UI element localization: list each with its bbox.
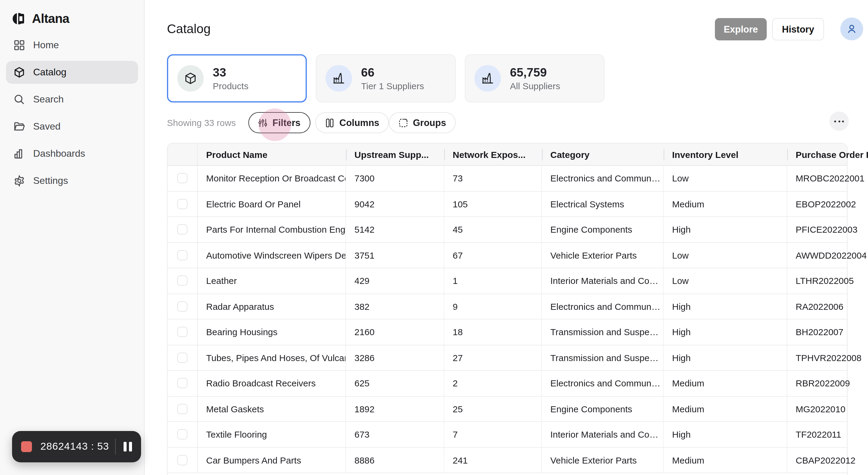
table-row[interactable]: Tubes, Pipes And Hoses, Of Vulcanis 3286… bbox=[167, 345, 847, 371]
columns-button[interactable]: Columns bbox=[315, 112, 389, 133]
explore-button[interactable]: Explore bbox=[715, 18, 767, 40]
cell-category: Vehicle Exterior Parts bbox=[542, 448, 664, 473]
cell-purchase-order-id: TPHVR2022008 bbox=[787, 345, 847, 370]
brand-logo: Altana bbox=[0, 0, 144, 28]
stat-card-tier1-suppliers[interactable]: 66 Tier 1 Suppliers bbox=[316, 54, 456, 102]
sidebar-item-dashboards[interactable]: Dashboards bbox=[6, 142, 138, 165]
table-row[interactable]: Monitor Reception Or Broadcast Cor 7300 … bbox=[167, 166, 847, 191]
groups-icon bbox=[398, 118, 408, 127]
person-icon bbox=[846, 23, 858, 35]
filters-button[interactable]: Filters bbox=[248, 112, 310, 133]
history-button[interactable]: History bbox=[772, 18, 824, 40]
cell-upstream-suppliers: 625 bbox=[346, 371, 444, 396]
column-header-purchase-order-id[interactable]: Purchase Order ID bbox=[787, 144, 847, 165]
cell-product-name: Parts For Internal Combustion Engine bbox=[198, 217, 346, 242]
row-checkbox[interactable] bbox=[177, 404, 187, 414]
sidebar-nav: Home Catalog Search Saved Dashboards Set… bbox=[0, 34, 144, 192]
user-avatar[interactable] bbox=[840, 18, 863, 40]
column-header-upstream-suppliers[interactable]: Upstream Supp... bbox=[346, 144, 444, 165]
altana-logo-icon bbox=[12, 11, 27, 26]
sidebar-item-settings[interactable]: Settings bbox=[6, 169, 138, 192]
folder-icon bbox=[13, 121, 25, 133]
cell-network-exposure: 73 bbox=[444, 166, 542, 191]
table-body: Monitor Reception Or Broadcast Cor 7300 … bbox=[167, 166, 847, 473]
row-checkbox[interactable] bbox=[177, 327, 187, 337]
pause-icon[interactable] bbox=[124, 442, 132, 451]
box-icon bbox=[177, 65, 204, 92]
table-row[interactable]: Radio Broadcast Receivers 625 2 Electron… bbox=[167, 371, 847, 396]
stat-label: All Suppliers bbox=[510, 80, 560, 92]
cell-inventory-level: Medium bbox=[664, 448, 787, 473]
cell-upstream-suppliers: 9042 bbox=[346, 191, 444, 216]
column-header-inventory-level[interactable]: Inventory Level bbox=[664, 144, 787, 165]
cell-category: Engine Components bbox=[542, 396, 664, 421]
app-window: Altana Home Catalog Search Saved Dashboa… bbox=[0, 0, 868, 475]
cell-purchase-order-id: BH2022007 bbox=[787, 319, 847, 345]
row-checkbox[interactable] bbox=[177, 250, 187, 260]
table-row[interactable]: Bearing Housings 2160 18 Transmission an… bbox=[167, 319, 847, 345]
sidebar-item-home[interactable]: Home bbox=[6, 34, 138, 57]
cell-inventory-level: High bbox=[664, 294, 787, 319]
table-row[interactable]: Car Bumpers And Parts 8886 241 Vehicle E… bbox=[167, 448, 847, 473]
row-checkbox[interactable] bbox=[177, 276, 187, 286]
row-select-cell bbox=[167, 396, 198, 421]
cell-network-exposure: 18 bbox=[444, 319, 542, 345]
table-row[interactable]: Automotive Windscreen Wipers Defro 3751 … bbox=[167, 243, 847, 268]
recording-badge: 28624143 : 53 bbox=[12, 431, 141, 462]
column-header-category[interactable]: Category bbox=[542, 144, 664, 165]
cell-product-name: Car Bumpers And Parts bbox=[198, 448, 346, 473]
table-row[interactable]: Parts For Internal Combustion Engine 514… bbox=[167, 217, 847, 243]
row-select-cell bbox=[167, 217, 198, 242]
row-checkbox[interactable] bbox=[177, 455, 187, 465]
table-row[interactable]: Electric Board Or Panel 9042 105 Electri… bbox=[167, 191, 847, 217]
filters-label: Filters bbox=[273, 117, 301, 128]
column-header-product-name[interactable]: Product Name bbox=[198, 144, 346, 165]
stat-card-products[interactable]: 33 Products bbox=[167, 54, 307, 102]
factory-icon bbox=[326, 65, 352, 92]
sidebar-item-search[interactable]: Search bbox=[6, 88, 138, 111]
cell-network-exposure: 1 bbox=[444, 268, 542, 293]
cell-inventory-level: Low bbox=[664, 243, 787, 267]
groups-label: Groups bbox=[413, 117, 446, 128]
cell-upstream-suppliers: 673 bbox=[346, 422, 444, 447]
cell-category: Electronics and Commun… bbox=[542, 166, 664, 191]
cell-inventory-level: Medium bbox=[664, 191, 787, 216]
sidebar-item-catalog[interactable]: Catalog bbox=[6, 61, 138, 84]
sliders-icon bbox=[258, 118, 268, 127]
row-checkbox[interactable] bbox=[177, 173, 187, 184]
cell-purchase-order-id: TF2022011 bbox=[787, 422, 847, 447]
row-checkbox[interactable] bbox=[177, 353, 187, 363]
table-header-row: Product Name Upstream Supp... Network Ex… bbox=[167, 144, 847, 166]
cell-upstream-suppliers: 3751 bbox=[346, 243, 444, 267]
row-select-cell bbox=[167, 371, 198, 396]
table-row[interactable]: Radar Apparatus 382 9 Electronics and Co… bbox=[167, 294, 847, 319]
row-checkbox[interactable] bbox=[177, 430, 187, 440]
more-options-button[interactable] bbox=[830, 112, 849, 131]
cell-category: Electronics and Commun… bbox=[542, 371, 664, 396]
stat-value: 33 bbox=[213, 65, 248, 80]
cell-purchase-order-id: LTHR2022005 bbox=[787, 268, 847, 293]
row-checkbox[interactable] bbox=[177, 302, 187, 312]
row-select-cell bbox=[167, 448, 198, 473]
sidebar-item-saved[interactable]: Saved bbox=[6, 115, 138, 138]
row-select-cell bbox=[167, 345, 198, 370]
stat-card-all-suppliers[interactable]: 65,759 All Suppliers bbox=[465, 54, 604, 102]
stat-cards: 33 Products 66 Tier 1 Suppliers 65,759 bbox=[167, 54, 604, 102]
table-row[interactable]: Textile Flooring 673 7 Interior Material… bbox=[167, 422, 847, 448]
cell-product-name: Automotive Windscreen Wipers Defro bbox=[198, 243, 346, 267]
row-checkbox[interactable] bbox=[177, 225, 187, 235]
cell-purchase-order-id: MROBC2022001 bbox=[787, 166, 847, 191]
table-row[interactable]: Metal Gaskets 1892 25 Engine Components … bbox=[167, 396, 847, 422]
table-row[interactable]: Leather 429 1 Interior Materials and Co…… bbox=[167, 268, 847, 294]
sidebar-item-label: Saved bbox=[33, 121, 61, 132]
select-all-cell bbox=[167, 144, 198, 165]
row-checkbox[interactable] bbox=[177, 378, 187, 388]
column-header-network-exposure[interactable]: Network Expos... bbox=[444, 144, 542, 165]
cell-inventory-level: High bbox=[664, 319, 787, 345]
groups-button[interactable]: Groups bbox=[389, 112, 456, 133]
cell-network-exposure: 241 bbox=[444, 448, 542, 473]
row-select-cell bbox=[167, 243, 198, 267]
stat-label: Tier 1 Suppliers bbox=[361, 80, 424, 92]
cell-inventory-level: High bbox=[664, 422, 787, 447]
row-checkbox[interactable] bbox=[177, 199, 187, 209]
